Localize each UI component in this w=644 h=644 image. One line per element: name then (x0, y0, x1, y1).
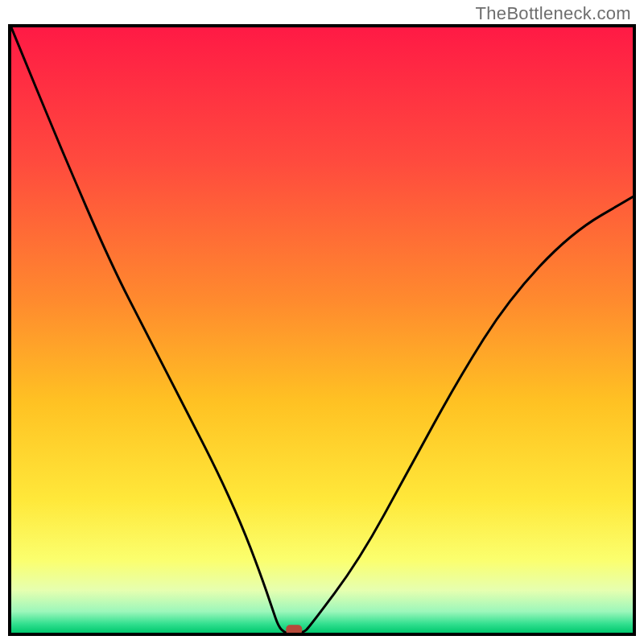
chart-background (11, 27, 633, 633)
chart-svg (11, 27, 633, 633)
chart-frame (8, 24, 636, 636)
watermark-text: TheBottleneck.com (476, 3, 631, 24)
minimum-marker (286, 625, 302, 633)
chart-plot-area (11, 27, 633, 633)
